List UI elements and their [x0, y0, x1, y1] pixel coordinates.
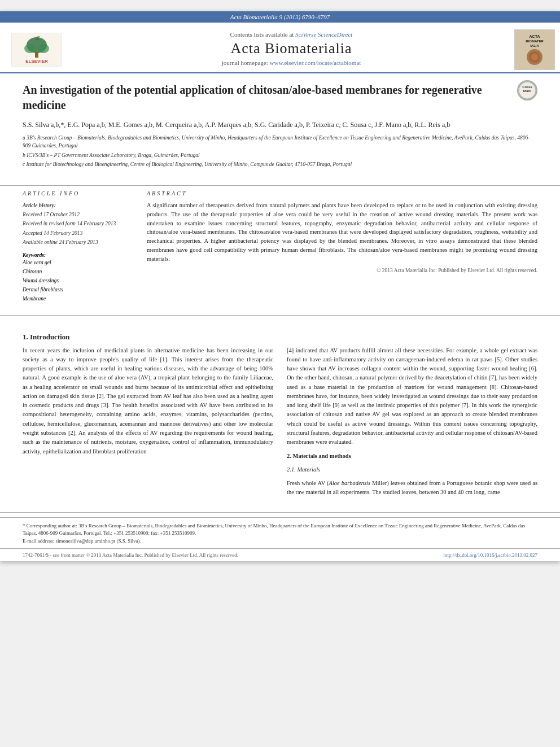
materials-para: Fresh whole AV (Aloe barbadensis Miller)…	[287, 479, 537, 497]
body-col-left: In recent years the inclusion of medicin…	[23, 346, 273, 502]
article-title: Cross Mark An investigation of the poten…	[23, 82, 537, 113]
issn-text: 1742-7061/$ - see front matter © 2013 Ac…	[23, 552, 238, 558]
svg-point-3	[24, 44, 36, 53]
intro-para-2: [4] indicated that AV products fulfill a…	[287, 346, 537, 447]
article-main-title: An investigation of the potential applic…	[23, 82, 537, 113]
keyword-1: Chitosan	[23, 267, 135, 276]
authors-line: S.S. Silva a,b,*, E.G. Popa a,b, M.E. Go…	[23, 120, 537, 130]
svg-point-13	[531, 54, 538, 60]
history-item-2: Accepted 14 February 2013	[23, 229, 135, 238]
header-center: Contents lists available at SciVerse Sci…	[73, 27, 509, 72]
keywords-section: Keywords: Aloe vera gel Chitosan Wound d…	[23, 252, 135, 304]
journal-logo-box: ACTA BIOMATER IALIA	[514, 29, 555, 70]
affiliation-c: c Institute for Biotechnology and Bioeng…	[23, 160, 537, 168]
journal-logo-area: ACTA BIOMATER IALIA	[509, 27, 560, 72]
info-abstract-section: Article Info Article history: Received 1…	[0, 190, 560, 310]
history-item-1: Received in revised form 14 February 201…	[23, 219, 135, 228]
footnote-star: * Corresponding author at: 3B's Research…	[23, 523, 525, 536]
journal-title: Acta Biomaterialia	[230, 40, 352, 57]
intro-para-1: In recent years the inclusion of medicin…	[23, 346, 273, 456]
svg-text:ACTA: ACTA	[530, 34, 540, 38]
elsevier-logo-area: 🌿 ELSEVIER	[0, 27, 73, 72]
article-info-heading: Article Info	[23, 190, 135, 196]
elsevier-logo-icon: 🌿 ELSEVIER	[11, 33, 62, 67]
acta-biomaterialia-logo-icon: ACTA BIOMATER IALIA	[515, 30, 554, 69]
section2-title-inline: 2. Materials and methods	[287, 452, 537, 461]
history-item-3: Available online 24 February 2013	[23, 238, 135, 247]
body-columns: In recent years the inclusion of medicin…	[23, 346, 537, 502]
keyword-3: Dermal fibroblasts	[23, 285, 135, 294]
divider-1	[0, 185, 560, 186]
affiliations: a 3B's Research Group – Biomaterials, Bi…	[23, 134, 537, 168]
svg-text:Mark: Mark	[523, 89, 532, 93]
homepage-link[interactable]: www.elsevier.com/locate/actabiomat	[270, 59, 361, 66]
svg-text:IALIA: IALIA	[530, 44, 539, 47]
footnote-email: E-mail address: simonesiilva@dep.uminho.…	[23, 538, 141, 544]
top-banner: Acta Biomaterialia 9 (2013) 6790–6797	[0, 11, 560, 23]
banner-text: Acta Biomaterialia 9 (2013) 6790–6797	[230, 14, 330, 20]
abstract-column: Abstract A significant number of therape…	[147, 190, 537, 303]
keywords-label: Keywords:	[23, 252, 135, 258]
sciverse-text: Contents lists available at	[230, 31, 295, 38]
svg-rect-5	[35, 52, 38, 58]
journal-header: 🌿 ELSEVIER Contents lists available at S…	[0, 23, 560, 73]
crossmark-area: Cross Mark	[517, 80, 537, 101]
crossmark-logo-icon: Cross Mark	[518, 80, 536, 101]
journal-homepage: journal homepage: www.elsevier.com/locat…	[222, 59, 361, 66]
sciverse-line: Contents lists available at SciVerse Sci…	[230, 31, 353, 38]
crossmark-icon: Cross Mark	[517, 80, 537, 101]
abstract-copyright: © 2013 Acta Materialia Inc. Published by…	[147, 268, 537, 273]
page: Acta Biomaterialia 9 (2013) 6790–6797 🌿 …	[0, 11, 560, 561]
affiliation-b: b ICVS/3B's – PT Government Associate La…	[23, 151, 537, 159]
authors-text: S.S. Silva a,b,*, E.G. Popa a,b, M.E. Go…	[23, 121, 450, 129]
svg-text:ELSEVIER: ELSEVIER	[25, 59, 48, 64]
history-item-0: Received 17 October 2012	[23, 210, 135, 219]
keyword-2: Wound dressings	[23, 276, 135, 285]
abstract-text: A significant number of therapeutics der…	[147, 201, 537, 263]
doi-link[interactable]: http://dx.doi.org/10.1016/j.actbio.2013.…	[443, 552, 537, 558]
homepage-text: journal homepage:	[222, 59, 270, 66]
keyword-0: Aloe vera gel	[23, 258, 135, 267]
svg-point-4	[38, 44, 49, 53]
bottom-bar: 1742-7061/$ - see front matter © 2013 Ac…	[0, 548, 560, 561]
keywords-list: Aloe vera gel Chitosan Wound dressings D…	[23, 258, 135, 304]
divider-3	[0, 512, 560, 513]
article-history: Article history: Received 17 October 201…	[23, 201, 135, 247]
footnote-section: * Corresponding author at: 3B's Research…	[0, 517, 560, 549]
svg-text:Cross: Cross	[522, 85, 532, 89]
article-title-section: Cross Mark An investigation of the poten…	[0, 73, 560, 181]
abstract-heading: Abstract	[147, 190, 537, 196]
sciverse-link[interactable]: SciVerse ScienceDirect	[295, 31, 352, 38]
history-label: Article history:	[23, 201, 135, 210]
divider-2	[0, 315, 560, 316]
body-col-right: [4] indicated that AV products fulfill a…	[287, 346, 537, 502]
section1-title: 1. Introduction	[23, 333, 537, 342]
affiliation-a: a 3B's Research Group – Biomaterials, Bi…	[23, 134, 537, 150]
keyword-4: Membrane	[23, 294, 135, 303]
svg-text:BIOMATER: BIOMATER	[526, 40, 544, 43]
article-info-column: Article Info Article history: Received 1…	[23, 190, 135, 303]
subsection21-title-inline: 2.1. Materials	[287, 465, 537, 474]
body-content: 1. Introduction In recent years the incl…	[0, 320, 560, 508]
